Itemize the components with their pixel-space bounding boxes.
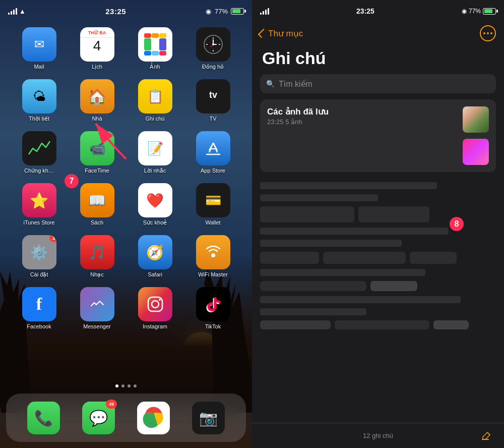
blur-chunk-7 [370, 281, 418, 291]
music-label: Nhạc [90, 271, 104, 278]
search-icon: 🔍 [266, 80, 275, 88]
app-clock[interactable]: Đồng hồ [184, 27, 242, 70]
more-button[interactable] [480, 25, 496, 41]
app-itunes[interactable]: ⭐ iTunes Store [10, 183, 68, 226]
books-label: Sách [91, 219, 103, 226]
annotation-8: 8 [450, 217, 464, 231]
app-reminders[interactable]: 📝 Lời nhắc [126, 131, 184, 174]
dock-messages[interactable]: 💬 49 [82, 402, 115, 434]
facebook-icon: f [22, 287, 56, 321]
app-messenger[interactable]: Messenger [68, 287, 126, 329]
app-wifi-master[interactable]: WiFi Master [184, 235, 242, 278]
app-tv[interactable]: tv TV [184, 79, 242, 122]
note-thumbnail-2 [463, 139, 489, 165]
compose-icon [480, 430, 492, 442]
phone-icon: 📞 [27, 402, 60, 434]
instagram-label: Instagram [143, 323, 167, 329]
messages-icon: 💬 49 [82, 402, 115, 434]
wifi-icon: ▲ [19, 8, 26, 15]
notes-count: 12 ghi chú [363, 432, 393, 439]
app-facetime[interactable]: 📹 FaceTime [68, 131, 126, 174]
dock-chrome[interactable] [137, 402, 170, 434]
battery-text: 77% [215, 8, 228, 15]
appstore-icon: A [196, 131, 230, 165]
stocks-icon [22, 131, 56, 165]
messenger-icon [80, 287, 114, 321]
safari-icon: 🧭 [138, 235, 172, 269]
blur-content-6 [260, 296, 461, 303]
app-safari[interactable]: 🧭 Safari [126, 235, 184, 278]
blur-content-5 [260, 269, 425, 276]
messages-badge: 49 [106, 400, 117, 409]
app-tiktok[interactable]: TikTok [184, 287, 242, 329]
app-music[interactable]: 🎵 Nhạc [68, 235, 126, 278]
annotation-7: 7 [65, 174, 79, 188]
chevron-left-icon [258, 29, 267, 38]
svg-point-18 [159, 299, 161, 301]
app-facebook[interactable]: f Facebook [10, 287, 68, 329]
app-appstore[interactable]: A App Store [184, 131, 242, 174]
back-button[interactable]: Thư mục [260, 28, 303, 39]
wifi-master-label: WiFi Master [198, 271, 228, 277]
wallet-icon: 💳 [196, 183, 230, 217]
blur-content-7 [260, 308, 366, 315]
compose-button[interactable] [479, 428, 494, 443]
app-photos[interactable]: Ảnh [126, 27, 184, 70]
health-label: Sức khoẻ [143, 219, 167, 226]
settings-icon: ⚙️ 1 [22, 235, 56, 269]
blur-chunk-6 [260, 281, 366, 291]
health-icon: ❤️ [138, 183, 172, 217]
photos-label: Ảnh [150, 64, 160, 70]
itunes-label: iTunes Store [24, 219, 55, 226]
blur-chunk-10 [433, 320, 469, 329]
messenger-label: Messenger [83, 323, 110, 329]
home-icon: 🏠 [80, 79, 114, 114]
blur-content-1 [260, 182, 437, 189]
app-stocks[interactable]: Chứng kh… [10, 131, 68, 174]
app-mail[interactable]: ✉ Mail [10, 27, 68, 70]
svg-point-15 [211, 253, 215, 257]
app-settings[interactable]: ⚙️ 1 Cài đặt [10, 235, 68, 278]
svg-text:tv: tv [209, 90, 217, 100]
app-home[interactable]: 🏠 Nhà [68, 79, 126, 122]
app-health[interactable]: ❤️ Sức khoẻ [126, 183, 184, 226]
svg-text:A: A [208, 140, 218, 155]
note-meta: 23:25 5 ảnh [267, 118, 458, 126]
dock-camera[interactable]: 📷 [192, 402, 225, 434]
tiktok-icon [196, 287, 230, 321]
instagram-icon [138, 287, 172, 321]
camera-icon: 📷 [192, 402, 225, 434]
blur-chunk-4 [323, 252, 406, 264]
dock-phone[interactable]: 📞 [27, 402, 60, 434]
blur-chunk-2 [358, 206, 429, 222]
wallet-label: Wallet [205, 219, 220, 226]
app-notes[interactable]: 📋 Ghi chú [126, 79, 184, 122]
status-bar-right: 23:25 ◉ 77% [252, 0, 504, 22]
tv-label: TV [209, 116, 216, 122]
notes-content-area [252, 172, 504, 423]
calendar-day: THỨ BA [88, 27, 106, 35]
search-bar[interactable]: 🔍 Tìm kiếm [260, 74, 496, 93]
blur-content-3 [260, 228, 449, 235]
notes-navbar: Thư mục [252, 22, 504, 44]
page-indicator [0, 380, 252, 391]
mail-icon: ✉ [22, 27, 56, 62]
app-weather[interactable]: 🌤 Thời tiết [10, 79, 68, 122]
notes-screen: 23:25 ◉ 77% Thư mục Ghi chú 🔍 Tìm kiếm [252, 0, 504, 448]
itunes-icon: ⭐ [22, 183, 56, 217]
blur-chunk-1 [260, 206, 354, 222]
blur-chunk-5 [410, 252, 457, 264]
note-card-saved-photos[interactable]: Các ảnh đã lưu 23:25 5 ảnh [260, 99, 496, 172]
back-label: Thư mục [268, 28, 303, 39]
app-books[interactable]: 📖 Sách [68, 183, 126, 226]
search-placeholder: Tìm kiếm [279, 79, 312, 89]
app-calendar[interactable]: THỨ BA 4 Lịch [68, 27, 126, 70]
home-screen: ▲ 23:25 ◉ 77% ✉ Mail THỨ BA 4 Lịch [0, 0, 252, 448]
app-instagram[interactable]: Instagram [126, 287, 184, 329]
calendar-date: 4 [93, 38, 101, 54]
blur-chunk-3 [260, 252, 319, 264]
settings-label: Cài đặt [30, 271, 48, 278]
app-wallet[interactable]: 💳 Wallet [184, 183, 242, 226]
tv-icon: tv [196, 79, 230, 114]
clock-label: Đồng hồ [202, 64, 224, 70]
